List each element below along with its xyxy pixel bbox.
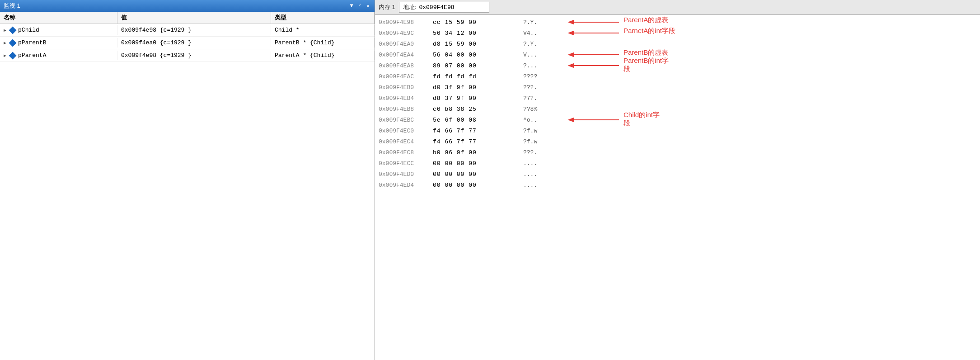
mem-bytes: cc 15 59 00 (433, 19, 523, 26)
memory-row: 0x009F4ED4 00 00 00 00 .... (375, 180, 980, 190)
mem-chars: .... (523, 182, 559, 189)
mem-bytes: 00 00 00 00 (433, 171, 523, 178)
mem-addr: 0x009F4EC4 (379, 138, 433, 145)
watch-row-pparenta[interactable]: ▶ pParentA 0x009f4e98 {c=1929 } ParentA … (0, 49, 375, 62)
memory-row: 0x009F4EB4 d8 37 9f 00 ?7?. (375, 93, 980, 104)
mem-bytes: d8 37 9f 00 (433, 95, 523, 102)
mem-chars: ??8% (523, 106, 559, 113)
mem-chars: ???. (523, 84, 559, 91)
mem-bytes: 56 34 12 00 (433, 30, 523, 37)
mem-addr: 0x009F4EA8 (379, 62, 433, 69)
mem-chars: ???. (523, 149, 559, 156)
col-value-header: 值 (117, 12, 271, 24)
pparenta-type-cell: ParentA * {Child} (271, 51, 375, 60)
memory-row: 0x009F4EC4 f4 66 7f 77 ?f.w (375, 136, 980, 147)
mem-chars: ???? (523, 73, 559, 80)
mem-addr: 0x009F4EA0 (379, 41, 433, 47)
col-type-header: 类型 (271, 12, 375, 24)
memory-address-bar[interactable]: 地址: 0x009F4E98 (399, 2, 489, 13)
titlebar-controls: ▼ ᐟ ✕ (349, 3, 371, 9)
col-name-header: 名称 (0, 12, 117, 24)
mem-bytes: 00 00 00 00 (433, 182, 523, 189)
pparentb-type-cell: ParentB * {Child} (271, 38, 375, 47)
memory-row: 0x009F4EC0 f4 66 7f 77 ?f.w (375, 125, 980, 136)
var-diamond-icon-pparentb (9, 39, 17, 47)
mem-bytes: fd fd fd fd (433, 73, 523, 80)
memory-row: 0x009F4EBC 5e 6f 00 08 ^o.. (375, 114, 980, 125)
mem-chars: V... (523, 52, 559, 58)
watch-header: 名称 值 类型 (0, 12, 375, 24)
mem-chars: ?f.w (523, 128, 559, 134)
mem-bytes: b0 96 9f 00 (433, 149, 523, 156)
close-button[interactable]: ✕ (365, 3, 371, 9)
mem-chars: .... (523, 171, 559, 178)
var-diamond-icon-pchild (9, 26, 17, 34)
mem-bytes: 00 00 00 00 (433, 160, 523, 167)
memory-row: 0x009F4EAC fd fd fd fd ???? (375, 71, 980, 82)
pchild-type-cell: Child * (271, 25, 375, 35)
mem-addr: 0x009F4EA4 (379, 52, 433, 58)
mem-addr: 0x009F4E98 (379, 19, 433, 26)
pparenta-name-cell: ▶ pParentA (0, 51, 117, 61)
memory-row: 0x009F4E9C 56 34 12 00 V4.. (375, 28, 980, 38)
mem-chars: .... (523, 160, 559, 167)
mem-addr: 0x009F4EC0 (379, 128, 433, 134)
pparentb-value-cell: 0x009f4ea0 {c=1929 } (117, 38, 271, 47)
mem-bytes: 5e 6f 00 08 (433, 117, 523, 123)
mem-chars: ?f.w (523, 138, 559, 145)
memory-row: 0x009F4E98 cc 15 59 00 ?.Y. (375, 17, 980, 28)
memory-title: 内存 1 (379, 3, 395, 11)
pchild-name-cell: ▶ pChild (0, 25, 117, 35)
mem-addr: 0x009F4ED4 (379, 182, 433, 189)
mem-bytes: 56 04 00 00 (433, 52, 523, 58)
expand-arrow-pchild[interactable]: ▶ (4, 28, 6, 33)
memory-row: 0x009F4EA4 56 04 00 00 V... (375, 49, 980, 60)
memory-row: 0x009F4ECC 00 00 00 00 .... (375, 158, 980, 169)
mem-bytes: c6 b8 38 25 (433, 106, 523, 113)
expand-arrow-pparenta[interactable]: ▶ (4, 53, 6, 58)
memory-titlebar: 内存 1 地址: 0x009F4E98 (375, 0, 980, 15)
mem-chars: ?... (523, 62, 559, 69)
memory-row: 0x009F4ED0 00 00 00 00 .... (375, 169, 980, 180)
memory-row: 0x009F4EA8 89 07 00 00 ?... (375, 60, 980, 71)
mem-addr: 0x009F4ED0 (379, 171, 433, 178)
address-label: 地址: (403, 3, 417, 11)
pchild-value-cell: 0x009f4e98 {c=1929 } (117, 25, 271, 35)
pparenta-value-cell: 0x009f4e98 {c=1929 } (117, 51, 271, 60)
memory-row: 0x009F4EB8 c6 b8 38 25 ??8% (375, 104, 980, 114)
expand-arrow-pparentb[interactable]: ▶ (4, 40, 6, 46)
mem-chars: ?.Y. (523, 19, 559, 26)
address-value: 0x009F4E98 (419, 4, 454, 11)
mem-chars: ?7?. (523, 95, 559, 102)
mem-bytes: f4 66 7f 77 (433, 128, 523, 134)
mem-bytes: d8 15 59 00 (433, 41, 523, 47)
watch-panel: 监视 1 ▼ ᐟ ✕ 名称 值 类型 ▶ pChild 0x009f4e98 {… (0, 0, 375, 360)
mem-addr: 0x009F4EB8 (379, 106, 433, 113)
mem-addr: 0x009F4EBC (379, 117, 433, 123)
mem-addr: 0x009F4EC8 (379, 149, 433, 156)
mem-bytes: f4 66 7f 77 (433, 138, 523, 145)
pin-button[interactable]: ▼ (349, 3, 355, 9)
pparentb-name-cell: ▶ pParentB (0, 38, 117, 48)
mem-bytes: 89 07 00 00 (433, 62, 523, 69)
memory-wrapper: 0x009F4E98 cc 15 59 00 ?.Y. 0x009F4E9C 5… (375, 15, 980, 360)
mem-addr: 0x009F4EB4 (379, 95, 433, 102)
watch-title: 监视 1 (4, 2, 20, 10)
var-diamond-icon-pparenta (9, 52, 17, 59)
mem-addr: 0x009F4E9C (379, 30, 433, 37)
memory-row: 0x009F4EB0 d0 3f 9f 00 ???. (375, 82, 980, 93)
mem-chars: ?.Y. (523, 41, 559, 47)
memory-content[interactable]: 0x009F4E98 cc 15 59 00 ?.Y. 0x009F4E9C 5… (375, 15, 980, 192)
mem-chars: V4.. (523, 30, 559, 37)
mem-addr: 0x009F4ECC (379, 160, 433, 167)
memory-row: 0x009F4EA0 d8 15 59 00 ?.Y. (375, 38, 980, 49)
mem-chars: ^o.. (523, 117, 559, 123)
memory-row: 0x009F4EC8 b0 96 9f 00 ???. (375, 147, 980, 158)
watch-table: 名称 值 类型 ▶ pChild 0x009f4e98 {c=1929 } Ch… (0, 12, 375, 360)
watch-row-pchild[interactable]: ▶ pChild 0x009f4e98 {c=1929 } Child * (0, 24, 375, 37)
watch-row-pparentb[interactable]: ▶ pParentB 0x009f4ea0 {c=1929 } ParentB … (0, 37, 375, 49)
mem-bytes: d0 3f 9f 00 (433, 84, 523, 91)
float-button[interactable]: ᐟ (357, 3, 362, 9)
mem-addr: 0x009F4EB0 (379, 84, 433, 91)
watch-titlebar: 监视 1 ▼ ᐟ ✕ (0, 0, 375, 12)
